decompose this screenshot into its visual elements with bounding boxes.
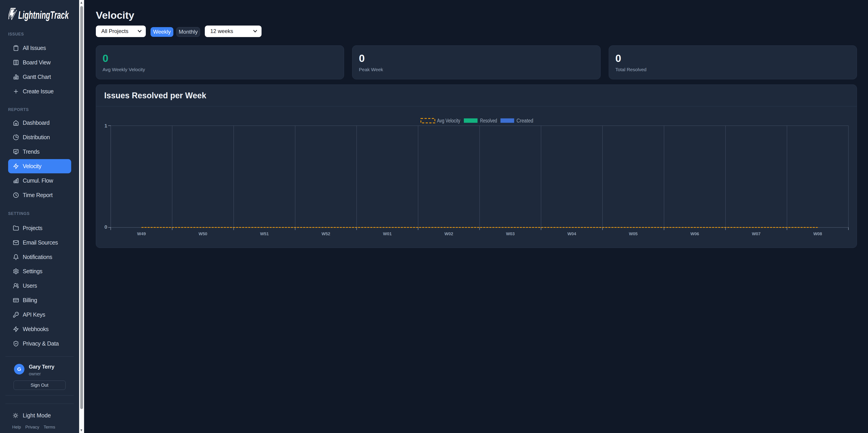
svg-text:W01: W01 [383, 231, 392, 237]
svg-text:W03: W03 [506, 231, 515, 237]
svg-text:W04: W04 [567, 231, 577, 237]
svg-text:LightningTrack: LightningTrack [18, 9, 69, 21]
svg-text:W07: W07 [752, 231, 761, 237]
svg-text:W51: W51 [260, 231, 269, 237]
svg-text:W05: W05 [629, 231, 638, 237]
svg-text:W49: W49 [137, 231, 146, 237]
svg-text:Created: Created [517, 118, 533, 124]
svg-text:W08: W08 [813, 231, 822, 237]
svg-text:W52: W52 [322, 231, 331, 237]
svg-text:W06: W06 [690, 231, 700, 237]
svg-text:0: 0 [104, 224, 107, 230]
svg-text:W02: W02 [445, 231, 454, 237]
svg-text:1: 1 [104, 123, 107, 129]
svg-text:Avg Velocity: Avg Velocity [437, 118, 460, 124]
svg-text:W50: W50 [199, 231, 208, 237]
svg-text:Resolved: Resolved [480, 118, 497, 124]
